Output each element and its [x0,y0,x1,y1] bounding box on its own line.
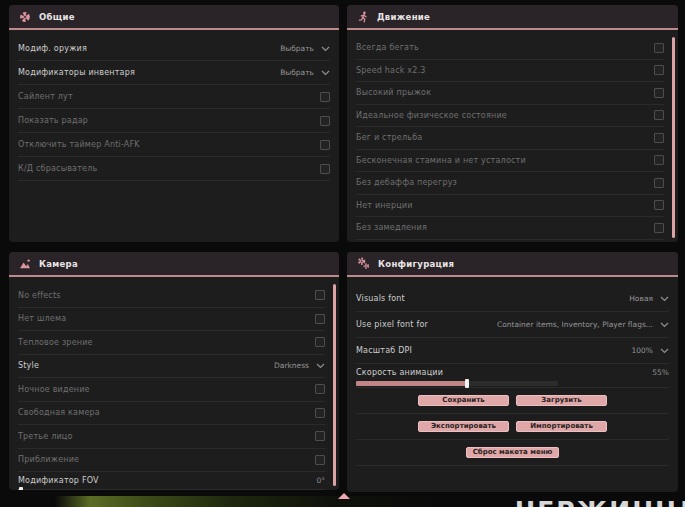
panel-config: Конфигурация Visuals fontНоваяUse pixel … [347,252,678,492]
dropdown[interactable]: Выбрать [280,68,330,77]
checkbox[interactable] [315,314,325,324]
option-row: Тепловое зрение [18,331,325,355]
dropdown[interactable]: Darkness [274,361,325,370]
export-button[interactable]: Экспортировать [418,421,509,432]
checkbox[interactable] [320,164,330,174]
panel-general-body: Модиф. оружияВыбратьМодификаторы инвента… [18,32,330,239]
checkbox[interactable] [320,116,330,126]
slider-value: 0° [316,476,325,485]
option-row: Высокий прыжок [356,82,664,105]
checkbox[interactable] [654,178,664,188]
checkbox[interactable] [315,290,325,300]
panel-config-body: Visuals fontНоваяUse pixel font forConta… [356,279,669,489]
button-row: Сброс макета меню [356,440,669,466]
dropdown-value: Выбрать [280,44,314,53]
dropdown-value: 100% [632,346,653,355]
panel-config-header: Конфигурация [347,252,678,277]
trainer-menu-screen: Общие Модиф. оружияВыбратьМодификаторы и… [0,0,685,507]
slider-track[interactable] [356,381,558,386]
dropdown[interactable]: 100% [632,346,669,355]
slider-row: Скорость анимации55% [356,364,669,388]
checkbox[interactable] [654,223,664,233]
dropdown[interactable]: Новая [629,294,669,303]
checkbox[interactable] [315,431,325,441]
option-label: Скорость анимации [356,368,443,377]
option-label: Use pixel font for [356,320,428,329]
option-label: Visuals font [356,294,405,303]
scroll-up-arrow-icon[interactable] [338,493,350,499]
option-row: Нет шлема [18,308,325,332]
option-label: Бесконечная стамина и нет усталости [356,156,526,165]
checkbox[interactable] [654,110,664,120]
option-row: Use pixel font forContainer items, Inven… [356,312,669,338]
checkbox[interactable] [654,88,664,98]
option-row: Свободная камера [18,402,325,426]
option-label: Нет шлема [18,314,66,323]
checkbox[interactable] [654,200,664,210]
option-row: No effects [18,284,325,308]
checkbox[interactable] [654,43,664,53]
reset-menu-layout-button[interactable]: Сброс макета меню [466,447,560,458]
chevron-down-icon [660,348,669,354]
option-row: Третье лицо [18,425,325,449]
checkbox[interactable] [654,65,664,75]
dropdown-value: Darkness [274,361,309,370]
panel-title: Движение [377,12,430,22]
option-label: Тепловое зрение [18,338,93,347]
dropdown-value: Новая [629,294,653,303]
dropdown[interactable]: Container items, Inventory, Player flags… [497,320,669,329]
panel-movement-body: Всегда бегатьSpeed hack x2.3Высокий прыж… [356,32,664,239]
option-row: Speed hack x2.3 [356,60,664,83]
option-label: Бег и стрельба [356,133,422,142]
option-row: Ночное видение [18,378,325,402]
panel-movement: Движение Всегда бегатьSpeed hack x2.3Выс… [347,5,678,242]
panel-title: Камера [39,259,78,269]
dropdown-value: Выбрать [280,68,314,77]
option-row: Бег и стрельба [356,127,664,150]
option-label: Нет инерции [356,201,413,210]
import-button[interactable]: Импортировать [516,421,607,432]
checkbox[interactable] [320,140,330,150]
checkbox[interactable] [654,155,664,165]
checkbox[interactable] [654,133,664,143]
option-row: Отключить таймер Anti-AFK [18,133,330,157]
panel-general-header: Общие [9,5,339,30]
save-button[interactable]: Сохранить [418,395,509,406]
slider-row: Модификатор FOV0° [18,472,325,490]
option-label: Ночное видение [18,385,90,394]
button-row: СохранитьЗагрузить [356,388,669,414]
option-row: Без замедления [356,217,664,240]
option-row: Модиф. оружияВыбрать [18,37,330,61]
button-row: ЭкспортироватьИмпортировать [356,414,669,440]
option-label: Без замедления [356,223,427,232]
slider-fill [356,381,467,386]
option-row: Приближение [18,449,325,473]
checkbox[interactable] [315,455,325,465]
checkbox[interactable] [315,384,325,394]
panel-title: Общие [39,12,75,22]
option-label: Без дебаффа перегруз [356,178,457,187]
gears-icon [357,257,370,270]
slider-track[interactable] [18,489,325,490]
watermark-text: ЧЕРЖИНЦЕ [515,496,685,507]
dropdown[interactable]: Выбрать [280,44,330,53]
option-label: Отключить таймер Anti-AFK [18,140,140,149]
checkbox[interactable] [320,92,330,102]
option-row: Всегда бегать [356,37,664,60]
checkbox[interactable] [315,337,325,347]
checkbox[interactable] [315,408,325,418]
option-label: Свободная камера [18,408,100,417]
picture-icon [19,258,31,270]
slider-thumb[interactable] [19,487,23,490]
panel-movement-header: Движение [347,5,678,30]
option-label: Идеальное физическое состояние [356,111,507,120]
scrollbar[interactable] [333,284,336,486]
chevron-down-icon [321,70,330,76]
chevron-down-icon [316,363,325,369]
load-button[interactable]: Загрузить [516,395,607,406]
scrollbar[interactable] [672,37,675,238]
option-label: Сайлент лут [18,92,73,101]
chevron-down-icon [660,296,669,302]
slider-thumb[interactable] [465,379,469,388]
chevron-down-icon [321,46,330,52]
